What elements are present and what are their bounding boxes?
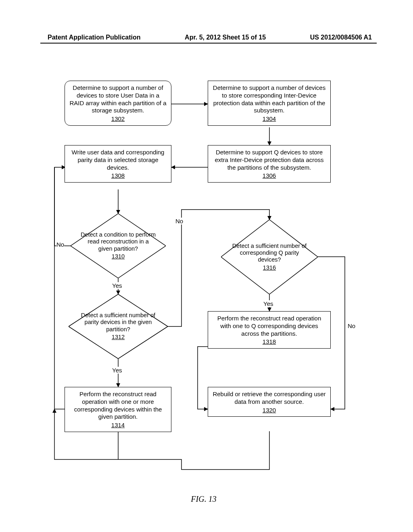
decision-1312: Detect a sufficient number of parity dev…	[69, 294, 168, 359]
page: Patent Application Publication Apr. 5, 2…	[0, 0, 413, 532]
label-yes-1310: Yes	[112, 282, 122, 289]
header-center: Apr. 5, 2012 Sheet 15 of 15	[185, 34, 266, 41]
decision-1316-text: Detect a sufficient number of correspond…	[232, 243, 307, 263]
process-1314-ref: 1314	[69, 422, 167, 429]
process-1308-text: Write user data and corresponding parity…	[72, 149, 165, 171]
process-1302: Determine to support a number of devices…	[65, 81, 171, 126]
process-1320: Rebuild or retrieve the corresponding us…	[208, 387, 331, 417]
process-1306-text: Determine to support Q devices to store …	[215, 149, 323, 171]
label-no-1310: No	[56, 241, 64, 248]
decision-1316: Detect a sufficient number of correspond…	[221, 220, 318, 294]
decision-1310-text: Detect a condition to perform read recon…	[81, 231, 156, 252]
process-1318-ref: 1318	[212, 338, 326, 346]
header-left: Patent Application Publication	[48, 34, 141, 41]
decision-1312-ref: 1312	[79, 334, 158, 341]
decision-1312-text: Detect a sufficient number of parity dev…	[81, 312, 155, 332]
process-1314-text: Perform the reconstruct read operation w…	[74, 391, 162, 420]
label-yes-1312: Yes	[112, 367, 122, 374]
process-1302-text: Determine to support a number of devices…	[69, 84, 166, 114]
flowchart: Determine to support a number of devices…	[48, 81, 359, 504]
process-1306: Determine to support Q devices to store …	[208, 145, 331, 183]
process-1304: Determine to support a number of devices…	[208, 81, 331, 126]
process-1320-ref: 1320	[212, 407, 326, 414]
process-1320-text: Rebuild or retrieve the corresponding us…	[213, 391, 325, 405]
process-1308: Write user data and corresponding parity…	[65, 145, 171, 183]
process-1318: Perform the reconstruct read operation w…	[208, 311, 331, 349]
process-1302-ref: 1302	[69, 115, 167, 123]
process-1306-ref: 1306	[212, 172, 326, 180]
process-1304-text: Determine to support a number of devices…	[213, 84, 325, 114]
process-1304-ref: 1304	[212, 115, 326, 123]
header-rule	[40, 43, 377, 44]
decision-1310: Detect a condition to perform read recon…	[71, 214, 166, 278]
header-right: US 2012/0084506 A1	[310, 34, 372, 41]
process-1308-ref: 1308	[69, 172, 167, 180]
label-no-1312: No	[175, 218, 183, 224]
label-no-1316: No	[348, 322, 355, 329]
label-yes-1316: Yes	[263, 300, 273, 307]
decision-1316-ref: 1316	[231, 264, 308, 271]
process-1318-text: Perform the reconstruct read operation w…	[217, 315, 321, 337]
decision-1310-ref: 1310	[80, 253, 156, 260]
figure-caption: FIG. 13	[191, 495, 216, 504]
process-1314: Perform the reconstruct read operation w…	[65, 387, 171, 432]
page-header: Patent Application Publication Apr. 5, 2…	[0, 34, 413, 41]
